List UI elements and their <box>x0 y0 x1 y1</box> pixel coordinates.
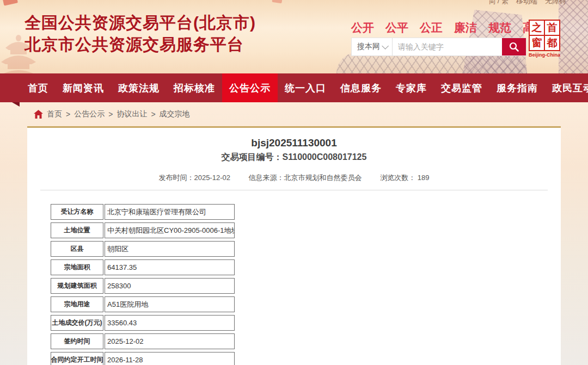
utility-links: 简 / 繁 移动端 无障碍 <box>488 0 566 6</box>
nav-item[interactable]: 服务指南 <box>489 73 545 102</box>
slogan-links: 公开公平公正廉洁规范高效 <box>351 20 546 35</box>
red-flag-decoration <box>3 0 18 6</box>
row-value-cell: 2025-12-02 <box>105 333 235 349</box>
row-value-cell: 朝阳区 <box>105 241 235 257</box>
nav-item-label: 新闻资讯 <box>63 82 104 95</box>
row-label-cell: 土地成交价(万元) <box>51 315 103 331</box>
red-flag-decoration <box>272 0 282 3</box>
nav-item[interactable]: 招标核准 <box>167 73 222 102</box>
table-row: 区县 朝阳区 <box>51 241 561 257</box>
content-panel: bjsj202511130001 交易项目编号：S110000C00801712… <box>27 126 561 365</box>
breadcrumb: 首页 > 公告公示 > 协议出让 > 成交宗地 > <box>0 102 588 126</box>
land-deal-table: 受让方名称 北京宁和康瑞医疗管理有限公司 土地位置 中关村朝阳园北区CY00-2… <box>51 204 561 365</box>
breadcrumb-label: 协议出让 <box>117 109 147 119</box>
chevron-down-icon <box>382 42 389 50</box>
breadcrumb-item[interactable]: 首页 > <box>47 109 70 119</box>
nav-item-label: 统一入口 <box>285 82 326 95</box>
row-value-cell: 2026-11-28 <box>105 352 235 365</box>
search-scope-select[interactable]: 搜本网 <box>352 38 393 55</box>
seal-char: 都 <box>545 36 559 50</box>
row-label-cell: 受让方名称 <box>51 204 103 220</box>
nav-item[interactable]: 政民互动 <box>545 73 588 102</box>
site-title: 全国公共资源交易平台(北京市) 北京市公共资源交易服务平台 <box>24 12 256 55</box>
row-label-cell: 土地位置 <box>51 222 103 238</box>
breadcrumb-item[interactable]: 成交宗地 > <box>160 109 190 119</box>
row-value-cell: 258300 <box>105 278 235 294</box>
row-label-cell: 区县 <box>51 241 103 257</box>
nav-ribbon-notch <box>12 102 20 107</box>
slogan-link[interactable]: 廉洁 <box>454 20 477 35</box>
search-scope-label: 搜本网 <box>357 42 380 52</box>
nav-item[interactable]: 专家库 <box>389 73 434 102</box>
slogan-link[interactable]: 公正 <box>420 20 443 35</box>
row-label-cell: 宗地面积 <box>51 259 103 275</box>
row-value-cell: 64137.35 <box>105 259 235 275</box>
search-bar: 搜本网 <box>351 38 526 56</box>
row-value-cell: 33560.43 <box>105 315 235 331</box>
home-icon <box>34 110 43 119</box>
row-value-cell: 中关村朝阳园北区CY00-2905-0006-1地块 <box>105 222 235 238</box>
article-title: bjsj202511130001 <box>27 137 561 149</box>
table-row: 土地成交价(万元) 33560.43 <box>51 315 561 331</box>
publish-time: 发布时间：2025-12-02 <box>158 174 230 182</box>
nav-item-label: 公告公示 <box>229 82 271 95</box>
article-subtitle: 交易项目编号：S110000C008017125 <box>27 152 561 163</box>
search-input[interactable] <box>393 38 502 55</box>
table-row: 宗地用途 A51医院用地 <box>51 296 561 312</box>
row-value-cell: A51医院用地 <box>105 296 235 312</box>
breadcrumb-separator: > <box>151 110 155 119</box>
nav-item[interactable]: 首页 <box>21 73 56 102</box>
slogan-link[interactable]: 公开 <box>351 20 374 35</box>
nav-item[interactable]: 公告公示 <box>222 73 278 102</box>
cctv-tower-illustration <box>559 0 588 73</box>
breadcrumb-item[interactable]: 公告公示 > <box>74 109 113 119</box>
nav-item[interactable]: 新闻资讯 <box>56 73 111 102</box>
nav-item[interactable]: 政策法规 <box>111 73 167 102</box>
page-body: 首页 > 公告公示 > 协议出让 > 成交宗地 > bj <box>0 102 588 365</box>
nav-item[interactable]: 交易监管 <box>434 73 489 102</box>
site-title-line1: 全国公共资源交易平台(北京市) <box>24 12 256 34</box>
breadcrumb-label: 成交宗地 <box>160 109 190 119</box>
nav-item[interactable]: 统一入口 <box>278 73 333 102</box>
search-icon <box>509 41 519 52</box>
row-label-cell: 宗地用途 <box>51 296 103 312</box>
row-value-cell: 北京宁和康瑞医疗管理有限公司 <box>105 204 235 220</box>
table-row: 受让方名称 北京宁和康瑞医疗管理有限公司 <box>51 204 561 220</box>
nav-item-label: 信息服务 <box>340 82 382 95</box>
slogan-link[interactable]: 公平 <box>385 20 408 35</box>
breadcrumb-separator: > <box>66 110 70 119</box>
nav-item-label: 政民互动 <box>552 82 588 95</box>
table-row: 规划建筑面积 258300 <box>51 278 561 294</box>
nav-item-label: 专家库 <box>396 82 427 95</box>
breadcrumb-label: 首页 <box>47 109 62 119</box>
row-label-cell: 规划建筑面积 <box>51 278 103 294</box>
slogan-link[interactable]: 规范 <box>488 20 511 35</box>
nav-item-label: 招标核准 <box>174 82 215 95</box>
accessibility-link[interactable]: 无障碍 <box>545 0 566 6</box>
breadcrumb-label: 公告公示 <box>74 109 105 119</box>
view-count: 浏览次数： 189 <box>380 174 429 182</box>
seal-icon: 之 首 窗 都 <box>529 20 560 51</box>
breadcrumb-item[interactable]: 协议出让 > <box>117 109 155 119</box>
search-button[interactable] <box>502 38 526 55</box>
nav-item-label: 政策法规 <box>118 82 160 95</box>
seal-char: 之 <box>530 21 544 35</box>
row-label-cell: 合同约定开工时间 <box>51 352 103 365</box>
capital-window-seal-logo[interactable]: 之 首 窗 都 Beijing-China <box>529 20 560 58</box>
lang-toggle-link[interactable]: 简 / 繁 <box>488 0 509 6</box>
site-title-line2: 北京市公共资源交易服务平台 <box>24 34 256 55</box>
table-row: 合同约定开工时间 2026-11-28 <box>51 352 561 365</box>
nav-item-label: 交易监管 <box>441 82 482 95</box>
article-meta: 发布时间：2025-12-02 信息来源：北京市规划和自然委员会 浏览次数： 1… <box>40 173 548 190</box>
seal-caption: Beijing-China <box>529 52 560 58</box>
table-row: 土地位置 中关村朝阳园北区CY00-2905-0006-1地块 <box>51 222 561 238</box>
info-source: 信息来源：北京市规划和自然委员会 <box>249 174 362 182</box>
table-row: 宗地面积 64137.35 <box>51 259 561 275</box>
main-nav: 首页 新闻资讯 政策法规 招标核准 公告公示 统一入口 信息服务 专家库 交易监… <box>0 73 588 102</box>
breadcrumb-separator: > <box>108 110 113 119</box>
row-label-cell: 签约时间 <box>51 333 103 349</box>
nav-item[interactable]: 信息服务 <box>333 73 389 102</box>
site-header: 全国公共资源交易平台(北京市) 北京市公共资源交易服务平台 简 / 繁 移动端 … <box>0 0 588 73</box>
nav-item-label: 首页 <box>28 82 48 95</box>
mobile-site-link[interactable]: 移动端 <box>516 0 537 6</box>
